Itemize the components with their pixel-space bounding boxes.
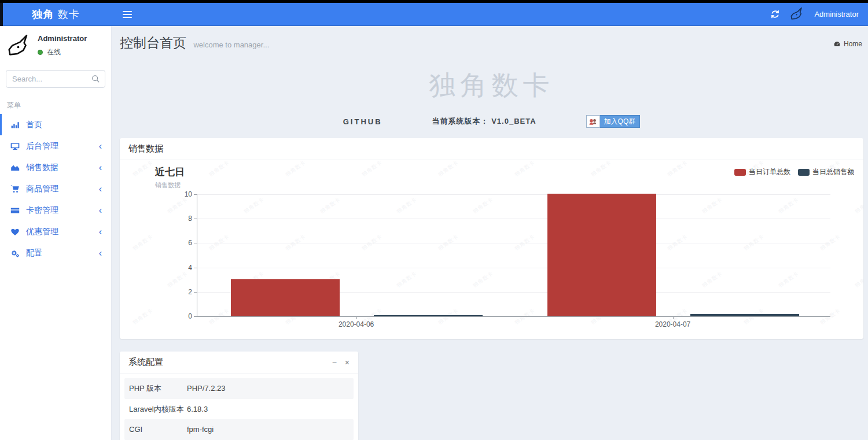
- y-axis-tick: [194, 292, 197, 293]
- sidebar-item-label: 后台管理: [26, 141, 58, 151]
- menu-section-label: 菜单: [7, 101, 111, 110]
- row-value: 6.18.3: [187, 404, 349, 415]
- y-axis-tick: [194, 243, 197, 243]
- bar-当日总销售额-2020-04-06: [374, 315, 483, 316]
- sidebar-menu: 首页后台管理‹销售数据‹商品管理‹卡密管理‹优惠管理‹配置‹: [0, 114, 111, 264]
- legend-item: 当日总销售额: [798, 167, 854, 177]
- watermark-text: 独角数卡: [361, 159, 384, 179]
- row-value: fpm-fcgi: [187, 424, 349, 435]
- navbar-user-menu[interactable]: Administrator: [814, 10, 859, 19]
- chevron-left-icon: ‹: [99, 206, 102, 215]
- search-icon[interactable]: [91, 74, 100, 83]
- close-icon[interactable]: ×: [345, 358, 350, 367]
- watermark-text: 独角数卡: [590, 159, 613, 179]
- y-axis-label: 6: [188, 239, 192, 247]
- watermark-text: 独角数卡: [284, 159, 307, 179]
- sidebar-item-4[interactable]: 商品管理‹: [0, 178, 111, 199]
- watermark-text: 独角数卡: [166, 196, 189, 216]
- sidebar-item-label: 首页: [26, 120, 42, 130]
- sales-card-header: 销售数据: [120, 138, 863, 160]
- y-axis-label: 4: [188, 264, 192, 272]
- watermark-text: 独角数卡: [854, 270, 863, 290]
- content-header: Home 控制台首页 welcome to manager...: [120, 26, 863, 58]
- breadcrumb[interactable]: Home: [833, 40, 862, 48]
- version-label: 当前系统版本：: [432, 117, 489, 125]
- row-label: PHP 版本: [129, 383, 187, 394]
- online-status-label: 在线: [47, 47, 61, 57]
- collapse-icon[interactable]: −: [332, 358, 337, 367]
- main-content: Home 控制台首页 welcome to manager... 独角数卡 GI…: [112, 26, 868, 440]
- area-chart-icon: [10, 163, 20, 172]
- sidebar-user-status: 在线: [38, 47, 87, 57]
- sidebar-item-label: 卡密管理: [26, 205, 58, 216]
- sidebar-item-5[interactable]: 卡密管理‹: [0, 199, 111, 221]
- watermark-text: 独角数卡: [208, 159, 231, 179]
- legend-swatch: [798, 169, 810, 176]
- sidebar-search: [6, 70, 105, 88]
- hero-links-row: GITHUB 当前系统版本： V1.0_BETA 加入QQ群: [120, 115, 863, 128]
- y-axis-tick: [194, 219, 197, 219]
- sidebar-item-6[interactable]: 优惠管理‹: [0, 221, 111, 242]
- chart-title: 近七日: [155, 165, 185, 179]
- system-card-tools: − ×: [332, 358, 350, 367]
- qq-group-icon: [586, 115, 600, 128]
- sales-card-title: 销售数据: [128, 143, 163, 154]
- refresh-icon[interactable]: [770, 9, 780, 19]
- join-qq-group-button[interactable]: 加入QQ群: [586, 115, 641, 128]
- sidebar-item-1[interactable]: 首页: [0, 114, 111, 135]
- page-subtitle: welcome to manager...: [193, 40, 269, 49]
- legend-label: 当日总销售额: [812, 167, 854, 177]
- gridline: [197, 243, 830, 243]
- hero-title: 独角数卡: [120, 68, 863, 103]
- watermark-text: 独角数卡: [513, 159, 536, 179]
- row-value: PHP/7.2.23: [187, 383, 349, 394]
- sidebar-item-2[interactable]: 后台管理‹: [0, 135, 111, 157]
- y-axis-tick: [194, 268, 197, 268]
- gridline: [197, 268, 830, 268]
- y-axis-label: 2: [188, 288, 192, 296]
- bar-当日订单总数-2020-04-06: [231, 279, 340, 316]
- sidebar-user-panel: Administrator 在线: [0, 26, 111, 65]
- y-axis-label: 10: [185, 190, 192, 198]
- gridline: [197, 219, 830, 219]
- sidebar-item-3[interactable]: 销售数据‹: [0, 157, 111, 178]
- legend-item: 当日订单总数: [734, 167, 790, 177]
- system-config-table: PHP 版本PHP/7.2.23Laravel内核版本6.18.3CGIfpm-…: [120, 374, 358, 440]
- bar-当日总销售额-2020-04-07: [690, 314, 799, 316]
- sidebar-toggle-icon[interactable]: [117, 3, 137, 26]
- sidebar-user-name: Administrator: [38, 34, 87, 43]
- x-axis-tick: [673, 316, 674, 319]
- y-axis-tick: [194, 316, 197, 317]
- table-row: CGIfpm-fcgi: [124, 419, 354, 440]
- chevron-left-icon: ‹: [99, 163, 102, 172]
- chart-legend: 当日订单总数当日总销售额: [734, 167, 854, 177]
- bar-chart-icon: [10, 120, 20, 130]
- watermark-text: 独角数卡: [166, 270, 189, 290]
- dashboard-icon: [833, 40, 841, 48]
- x-axis-tick: [356, 316, 357, 319]
- y-axis-label: 0: [188, 312, 192, 320]
- sidebar-item-label: 优惠管理: [26, 227, 58, 237]
- y-axis-tick: [194, 194, 197, 195]
- hero-section: 独角数卡 GITHUB 当前系统版本： V1.0_BETA 加入QQ群: [120, 68, 863, 128]
- desktop-icon: [10, 142, 20, 151]
- sidebar-item-label: 销售数据: [26, 162, 58, 173]
- watermark-text: 独角数卡: [854, 196, 863, 216]
- sidebar-item-label: 配置: [26, 248, 42, 258]
- system-card-header: 系统配置 − ×: [120, 352, 358, 374]
- watermark-text: 独角数卡: [666, 159, 689, 179]
- legend-label: 当日订单总数: [749, 167, 790, 177]
- unicorn-icon: [789, 6, 805, 22]
- sidebar-item-7[interactable]: 配置‹: [0, 242, 111, 264]
- watermark-text: 独角数卡: [131, 307, 155, 327]
- cart-icon: [10, 184, 20, 194]
- github-link[interactable]: GITHUB: [343, 117, 382, 126]
- logo-bold-text: 独角: [32, 9, 54, 20]
- watermark-text: 独角数卡: [131, 233, 155, 253]
- chevron-left-icon: ‹: [99, 142, 102, 151]
- online-status-dot: [38, 50, 43, 55]
- table-row: PHP 版本PHP/7.2.23: [124, 378, 354, 399]
- legend-swatch: [734, 169, 746, 176]
- app-logo[interactable]: 独角数卡: [0, 8, 112, 21]
- credit-card-icon: [10, 206, 20, 215]
